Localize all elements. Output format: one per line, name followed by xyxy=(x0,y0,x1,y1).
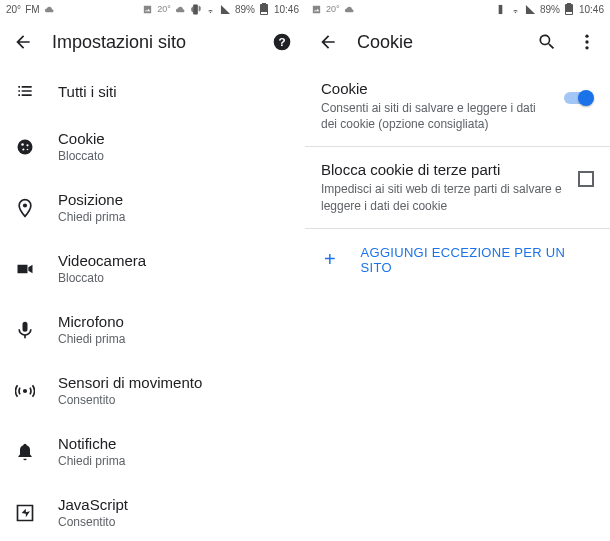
item-status: Chiedi prima xyxy=(58,332,125,346)
page-title: Impostazioni sito xyxy=(52,32,253,53)
small-temp: 20° xyxy=(157,4,171,14)
wifi-icon xyxy=(510,4,521,15)
cloud2-icon xyxy=(175,4,186,15)
svg-point-11 xyxy=(23,388,27,392)
item-status: Bloccato xyxy=(58,271,146,285)
svg-rect-1 xyxy=(262,3,266,5)
item-label: Tutti i siti xyxy=(58,83,117,100)
item-label: Sensori di movimento xyxy=(58,374,202,391)
temperature: 20° xyxy=(6,4,21,15)
statusbar-right: 89% 10:46 xyxy=(495,4,604,15)
cookie-toggle-title: Cookie xyxy=(321,80,550,97)
camera-icon xyxy=(14,258,36,280)
statusbar-left: 20° xyxy=(311,4,355,15)
signal-icon xyxy=(220,4,231,15)
item-label: Posizione xyxy=(58,191,125,208)
vibrate-icon xyxy=(190,4,201,15)
cookie-toggle-desc: Consenti ai siti di salvare e leggere i … xyxy=(321,100,550,132)
battery-percent: 89% xyxy=(540,4,560,15)
statusbar-right: 20° 89% 10:46 xyxy=(142,4,299,15)
cookie-toggle-row[interactable]: Cookie Consenti ai siti di salvare e leg… xyxy=(305,66,610,146)
third-party-title: Blocca cookie di terze parti xyxy=(321,161,566,178)
svg-point-7 xyxy=(26,144,28,146)
svg-point-6 xyxy=(21,143,24,146)
svg-rect-13 xyxy=(567,3,571,5)
location-icon xyxy=(14,197,36,219)
svg-point-17 xyxy=(585,46,588,49)
cloud-icon xyxy=(344,4,355,15)
app-bar: Cookie xyxy=(305,18,610,66)
item-label: Videocamera xyxy=(58,252,146,269)
settings-item-list[interactable]: Tutti i siti xyxy=(0,66,305,116)
fm-indicator: FM xyxy=(25,4,39,15)
svg-point-16 xyxy=(585,40,588,43)
settings-item-cookie[interactable]: CookieBloccato xyxy=(0,116,305,177)
svg-point-15 xyxy=(585,35,588,38)
svg-point-10 xyxy=(23,203,27,207)
settings-item-motion[interactable]: Sensori di movimentoConsentito xyxy=(0,360,305,421)
third-party-checkbox[interactable] xyxy=(578,171,594,187)
settings-item-javascript[interactable]: JavaScriptConsentito xyxy=(0,482,305,541)
back-button[interactable] xyxy=(12,31,34,53)
image-icon xyxy=(142,4,153,15)
block-third-party-row[interactable]: Blocca cookie di terze parti Impedisci a… xyxy=(305,147,610,227)
site-settings-screen: 20° FM 20° 89% xyxy=(0,0,305,541)
mic-icon xyxy=(14,319,36,341)
app-bar: Impostazioni sito ? xyxy=(0,18,305,66)
cookie-icon xyxy=(14,136,36,158)
item-status: Chiedi prima xyxy=(58,210,125,224)
svg-text:?: ? xyxy=(278,35,285,48)
item-status: Bloccato xyxy=(58,149,105,163)
item-status: Consentito xyxy=(58,515,128,529)
list-icon xyxy=(14,80,36,102)
item-status: Chiedi prima xyxy=(58,454,125,468)
javascript-icon xyxy=(14,502,36,524)
battery-icon xyxy=(259,4,270,15)
cookie-switch[interactable] xyxy=(562,90,594,106)
back-button[interactable] xyxy=(317,31,339,53)
third-party-desc: Impedisci ai siti web di terze parti di … xyxy=(321,181,566,213)
overflow-menu-button[interactable] xyxy=(576,31,598,53)
settings-list: Tutti i sitiCookieBloccatoPosizioneChied… xyxy=(0,66,305,541)
svg-point-9 xyxy=(27,148,29,150)
clock: 10:46 xyxy=(579,4,604,15)
item-label: Cookie xyxy=(58,130,105,147)
svg-rect-2 xyxy=(261,12,267,14)
add-exception-label: AGGIUNGI ECCEZIONE PER UN SITO xyxy=(361,245,594,275)
svg-point-8 xyxy=(22,148,24,150)
help-button[interactable]: ? xyxy=(271,31,293,53)
settings-item-mic[interactable]: MicrofonoChiedi prima xyxy=(0,299,305,360)
svg-rect-14 xyxy=(566,12,572,14)
page-title: Cookie xyxy=(357,32,518,53)
svg-point-5 xyxy=(18,139,33,154)
plus-icon: + xyxy=(321,248,339,271)
small-temp: 20° xyxy=(326,4,340,14)
battery-percent: 89% xyxy=(235,4,255,15)
item-status: Consentito xyxy=(58,393,202,407)
cloud-icon xyxy=(44,4,55,15)
signal-icon xyxy=(525,4,536,15)
wifi-icon xyxy=(205,4,216,15)
bell-icon xyxy=(14,441,36,463)
item-label: JavaScript xyxy=(58,496,128,513)
image-icon xyxy=(311,4,322,15)
item-label: Microfono xyxy=(58,313,125,330)
search-button[interactable] xyxy=(536,31,558,53)
statusbar-left: 20° FM xyxy=(6,4,55,15)
settings-item-location[interactable]: PosizioneChiedi prima xyxy=(0,177,305,238)
status-bar: 20° 89% 10:46 xyxy=(305,0,610,18)
cookie-settings-screen: 20° 89% 10:46 Cookie xyxy=(305,0,610,541)
battery-icon xyxy=(564,4,575,15)
item-label: Notifiche xyxy=(58,435,125,452)
clock: 10:46 xyxy=(274,4,299,15)
settings-item-bell[interactable]: NotificheChiedi prima xyxy=(0,421,305,482)
add-exception-button[interactable]: + AGGIUNGI ECCEZIONE PER UN SITO xyxy=(305,229,610,291)
motion-icon xyxy=(14,380,36,402)
status-bar: 20° FM 20° 89% xyxy=(0,0,305,18)
settings-item-camera[interactable]: VideocameraBloccato xyxy=(0,238,305,299)
vibrate-icon xyxy=(495,4,506,15)
